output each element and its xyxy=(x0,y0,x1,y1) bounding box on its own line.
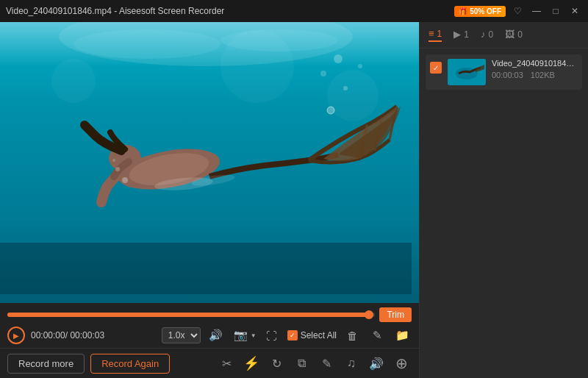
right-actions: ✂ ⚡ ↻ ⧉ ✎ ♫ 🔊 ⊕ xyxy=(216,353,412,374)
svg-point-7 xyxy=(343,86,348,90)
file-meta: 00:00:03 102KB xyxy=(492,71,578,79)
svg-point-10 xyxy=(358,64,362,68)
gift-icon: 🎁 xyxy=(459,7,467,15)
speed-select[interactable]: 1.0x 0.5x 1.5x 2.0x xyxy=(162,327,201,343)
folder-icon[interactable]: 📁 xyxy=(392,326,412,345)
tab-image[interactable]: 🖼 0 xyxy=(505,29,523,41)
list-tab-count: 1 xyxy=(437,29,442,39)
progress-track[interactable] xyxy=(7,313,375,317)
image-tab-count: 0 xyxy=(517,29,523,40)
action-row: Record more Record Again ✂ ⚡ ↻ ⧉ ✎ ♫ 🔊 ⊕ xyxy=(0,348,419,378)
record-again-button[interactable]: Record Again xyxy=(90,354,170,374)
svg-point-8 xyxy=(320,71,326,76)
svg-point-17 xyxy=(115,167,120,171)
file-name: Video_240409101846.mp4 xyxy=(492,59,578,68)
file-thumbnail xyxy=(448,59,486,85)
svg-point-9 xyxy=(334,54,343,63)
file-info: Video_240409101846.mp4 00:00:03 102KB xyxy=(492,59,578,79)
delete-icon[interactable]: 🗑 xyxy=(343,326,362,345)
svg-rect-19 xyxy=(0,243,412,294)
video-tab-count: 1 xyxy=(464,29,469,40)
svg-point-6 xyxy=(327,107,334,114)
promo-text: 50% OFF xyxy=(470,7,501,15)
right-panel: ≡ 1 ▶ 1 ♪ 0 🖼 0 ✓ xyxy=(419,22,588,378)
close-button[interactable]: ✕ xyxy=(567,4,582,18)
split-tool-icon[interactable]: ⚡ xyxy=(241,353,262,374)
controls-bar: Trim ▶ 00:00:00/ 00:00:03 1.0x 0.5x 1.5x… xyxy=(0,303,419,348)
svg-point-18 xyxy=(112,159,115,162)
edit-tool-icon[interactable]: ✎ xyxy=(316,353,337,374)
audio-tab-count: 0 xyxy=(488,29,493,40)
cut-tool-icon[interactable]: ✂ xyxy=(216,353,237,374)
app-title: Video_240409101846.mp4 - Aiseesoft Scree… xyxy=(6,6,224,16)
camera-icon-group: 📷 ▼ xyxy=(232,326,257,345)
file-item[interactable]: ✓ Video_240409101846.mp4 00:00:0 xyxy=(426,54,582,90)
fullscreen-icon[interactable]: ⛶ xyxy=(262,326,282,345)
file-list: ✓ Video_240409101846.mp4 00:00:0 xyxy=(420,49,588,378)
time-display: 00:00:00/ 00:00:03 xyxy=(31,330,104,340)
svg-point-5 xyxy=(327,70,379,121)
rename-icon[interactable]: ✎ xyxy=(368,326,387,345)
record-more-button[interactable]: Record more xyxy=(7,354,85,374)
select-all-checkbox[interactable]: ✓ xyxy=(287,330,298,340)
title-bar-right: 🎁 50% OFF ♡ — □ ✕ xyxy=(454,4,582,18)
progress-thumb xyxy=(365,310,373,319)
audio-tab-icon: ♪ xyxy=(481,29,486,40)
file-duration: 00:00:03 xyxy=(492,71,523,79)
video-canvas xyxy=(0,22,419,303)
image-tab-icon: 🖼 xyxy=(505,29,514,40)
svg-point-4 xyxy=(220,29,294,103)
video-area: Trim ▶ 00:00:00/ 00:00:03 1.0x 0.5x 1.5x… xyxy=(0,22,419,378)
tab-video[interactable]: ▶ 1 xyxy=(453,29,469,41)
select-all-label: Select All xyxy=(301,330,337,340)
rotate-tool-icon[interactable]: ↻ xyxy=(266,353,287,374)
camera-icon[interactable]: 📷 xyxy=(232,326,251,345)
volume-icon[interactable]: 🔊 xyxy=(207,326,226,345)
left-actions: Record more Record Again xyxy=(7,354,170,374)
camera-chevron-icon[interactable]: ▼ xyxy=(251,332,257,339)
list-tab-icon: ≡ xyxy=(429,28,434,39)
progress-row: Trim xyxy=(7,307,412,322)
more-tools-icon[interactable]: ⊕ xyxy=(391,353,412,374)
trim-button[interactable]: Trim xyxy=(379,307,412,322)
panel-tabs: ≡ 1 ▶ 1 ♪ 0 🖼 0 xyxy=(420,22,588,49)
video-tab-icon: ▶ xyxy=(453,29,461,40)
tab-audio[interactable]: ♪ 0 xyxy=(481,29,493,41)
svg-point-1 xyxy=(74,29,220,59)
title-bar-left: Video_240409101846.mp4 - Aiseesoft Scree… xyxy=(6,6,224,16)
playback-row: ▶ 00:00:00/ 00:00:03 1.0x 0.5x 1.5x 2.0x… xyxy=(7,326,412,345)
audio-mix-icon[interactable]: ♫ xyxy=(341,353,362,374)
select-all-area: ✓ Select All xyxy=(287,330,337,340)
account-button[interactable]: ♡ xyxy=(510,4,525,18)
file-thumb-preview xyxy=(448,59,486,85)
file-checkbox[interactable]: ✓ xyxy=(430,62,442,74)
promo-badge[interactable]: 🎁 50% OFF xyxy=(454,6,506,17)
file-size: 102KB xyxy=(531,71,555,79)
underwater-background xyxy=(0,22,419,303)
tab-list[interactable]: ≡ 1 xyxy=(429,28,442,42)
title-bar: Video_240409101846.mp4 - Aiseesoft Scree… xyxy=(0,0,588,22)
progress-fill xyxy=(7,313,371,317)
main-layout: Trim ▶ 00:00:00/ 00:00:03 1.0x 0.5x 1.5x… xyxy=(0,22,588,378)
volume-tool-icon[interactable]: 🔊 xyxy=(366,353,387,374)
play-button[interactable]: ▶ xyxy=(7,327,25,344)
minimize-button[interactable]: — xyxy=(529,4,544,18)
copy-tool-icon[interactable]: ⧉ xyxy=(291,353,312,374)
svg-point-16 xyxy=(122,177,128,183)
maximize-button[interactable]: □ xyxy=(548,4,563,18)
svg-point-3 xyxy=(51,59,96,103)
